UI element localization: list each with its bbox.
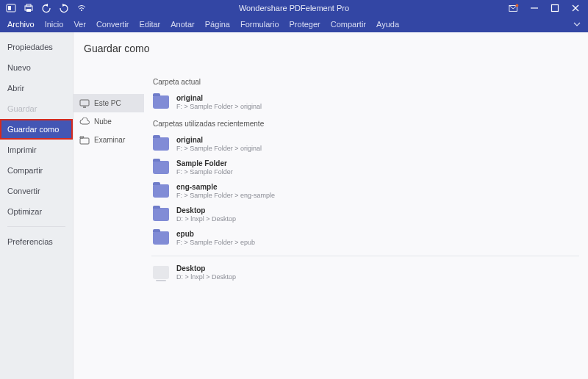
folder-path: F: > Sample Folder > original	[176, 103, 262, 110]
mail-notification-icon[interactable]	[509, 3, 519, 13]
folder-name: eng-sample	[176, 183, 275, 191]
folder-name: original	[176, 94, 262, 102]
folder-icon	[153, 137, 169, 151]
source-label: Este PC	[94, 99, 121, 107]
sidebar-separator	[7, 226, 65, 227]
folder-path: F: > Sample Folder > epub	[176, 239, 255, 246]
folder-path: F: > Sample Folder > eng-sample	[176, 192, 275, 199]
folder-name: original	[176, 136, 262, 144]
folder-icon	[153, 208, 169, 221]
menu-proteger[interactable]: Proteger	[290, 20, 320, 29]
folder-row[interactable]: eng-sample F: > Sample Folder > eng-samp…	[151, 179, 579, 203]
monitor-icon	[79, 100, 90, 107]
browse-icon	[79, 137, 90, 144]
folder-path: F: > Sample Folder	[176, 168, 233, 176]
section-recent-label: Carpetas utilizadas recientemente	[153, 120, 579, 128]
svg-rect-12	[80, 100, 89, 106]
folder-icon	[153, 95, 169, 109]
folder-icon	[153, 184, 169, 198]
app-title: Wondershare PDFelement Pro	[0, 4, 588, 12]
sidebar-item-compartir[interactable]: Compartir	[0, 160, 73, 181]
folder-icon	[153, 231, 169, 245]
sidebar-item-preferencias[interactable]: Preferencias	[0, 231, 73, 252]
ribbon-collapse-icon[interactable]	[573, 21, 581, 28]
sidebar-item-propiedades[interactable]: Propiedades	[0, 37, 73, 57]
folder-row[interactable]: epub F: > Sample Folder > epub	[151, 226, 579, 250]
sidebar-item-abrir[interactable]: Abrir	[0, 78, 73, 98]
menu-editar[interactable]: Editar	[140, 20, 161, 29]
sidebar-item-guardar: Guardar	[0, 98, 73, 119]
folder-meta: original F: > Sample Folder > original	[176, 94, 262, 110]
minimize-icon[interactable]	[529, 3, 539, 13]
section-current-label: Carpeta actual	[153, 78, 579, 86]
desktop-icon	[153, 266, 169, 279]
folder-row[interactable]: original F: > Sample Folder > original	[151, 90, 579, 114]
menu-anotar[interactable]: Anotar	[171, 20, 194, 29]
folder-row[interactable]: original F: > Sample Folder > original	[151, 132, 579, 156]
folder-path: D: > lnxpl > Desktop	[176, 273, 236, 281]
sidebar-item-optimizar[interactable]: Optimizar	[0, 201, 73, 222]
source-label: Examinar	[94, 136, 125, 144]
panel-title: Guardar como	[74, 32, 588, 62]
menu-archivo[interactable]: Archivo	[7, 20, 35, 29]
folder-row[interactable]: Desktop D: > lnxpl > Desktop	[151, 203, 579, 226]
svg-point-7	[515, 4, 518, 7]
menu-ayuda[interactable]: Ayuda	[376, 20, 399, 29]
menu-inicio[interactable]: Inicio	[45, 20, 64, 29]
folder-row[interactable]: Desktop D: > lnxpl > Desktop	[151, 261, 579, 284]
folder-row[interactable]: Sample Folder F: > Sample Folder	[151, 156, 579, 179]
content-area: Guardar como Este PC Nube	[74, 32, 588, 379]
menu-formulario[interactable]: Formulario	[240, 20, 279, 29]
folder-name: Desktop	[176, 264, 236, 272]
sidebar-item-nuevo[interactable]: Nuevo	[0, 57, 73, 78]
menu-pagina[interactable]: Página	[205, 20, 230, 29]
folder-path: D: > lnxpl > Desktop	[176, 215, 236, 223]
source-este-pc[interactable]: Este PC	[74, 94, 144, 112]
file-menu-sidebar: Propiedades Nuevo Abrir Guardar Guardar …	[0, 32, 74, 379]
sidebar-item-guardar-como[interactable]: Guardar como	[0, 119, 73, 140]
source-examinar[interactable]: Examinar	[74, 131, 144, 149]
window-controls	[509, 3, 588, 13]
close-icon[interactable]	[570, 3, 581, 13]
app-body: Propiedades Nuevo Abrir Guardar Guardar …	[0, 32, 588, 379]
folder-path: F: > Sample Folder > original	[176, 145, 262, 152]
menu-convertir[interactable]: Convertir	[96, 20, 129, 29]
menu-bar: Archivo Inicio Ver Convertir Editar Anot…	[0, 16, 588, 32]
folder-name: Desktop	[176, 206, 236, 214]
source-label: Nube	[94, 118, 112, 126]
cloud-icon	[79, 118, 90, 126]
maximize-icon[interactable]	[550, 3, 560, 13]
menu-ver[interactable]: Ver	[74, 20, 86, 29]
folder-name: Sample Folder	[176, 159, 233, 167]
divider	[151, 256, 579, 256]
folders-column: Carpeta actual original F: > Sample Fold…	[144, 62, 588, 379]
folder-icon	[153, 161, 169, 174]
menu-compartir[interactable]: Compartir	[331, 20, 366, 29]
folder-name: epub	[176, 230, 255, 238]
source-nube[interactable]: Nube	[74, 112, 144, 131]
svg-rect-9	[552, 5, 559, 12]
title-bar: Wondershare PDFelement Pro	[0, 0, 588, 16]
sidebar-item-imprimir[interactable]: Imprimir	[0, 140, 73, 160]
svg-rect-14	[80, 138, 89, 144]
sidebar-item-convertir[interactable]: Convertir	[0, 181, 73, 201]
save-source-column: Este PC Nube Examinar	[74, 62, 144, 379]
